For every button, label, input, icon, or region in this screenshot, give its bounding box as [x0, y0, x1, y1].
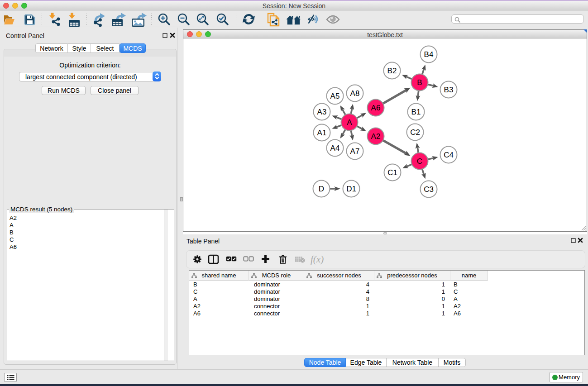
- svg-text:A4: A4: [330, 144, 340, 152]
- svg-text:C: C: [417, 157, 422, 166]
- svg-text:B4: B4: [424, 50, 434, 59]
- svg-text:D1: D1: [346, 185, 356, 193]
- svg-text:C2: C2: [410, 128, 420, 137]
- svg-text:B: B: [417, 78, 422, 87]
- svg-text:A8: A8: [350, 89, 360, 98]
- svg-text:A3: A3: [317, 108, 327, 116]
- svg-text:A7: A7: [350, 147, 360, 156]
- svg-text:B3: B3: [444, 86, 454, 94]
- svg-text:A1: A1: [317, 129, 327, 137]
- svg-text:C3: C3: [424, 185, 434, 194]
- svg-text:B2: B2: [387, 67, 397, 75]
- svg-text:A2: A2: [371, 132, 381, 141]
- svg-text:B1: B1: [411, 108, 421, 116]
- svg-text:A5: A5: [330, 92, 340, 100]
- svg-text:D: D: [319, 185, 324, 193]
- svg-text:C4: C4: [444, 151, 454, 159]
- svg-text:A6: A6: [371, 104, 381, 112]
- svg-text:A: A: [347, 118, 352, 127]
- svg-text:C1: C1: [387, 168, 397, 177]
